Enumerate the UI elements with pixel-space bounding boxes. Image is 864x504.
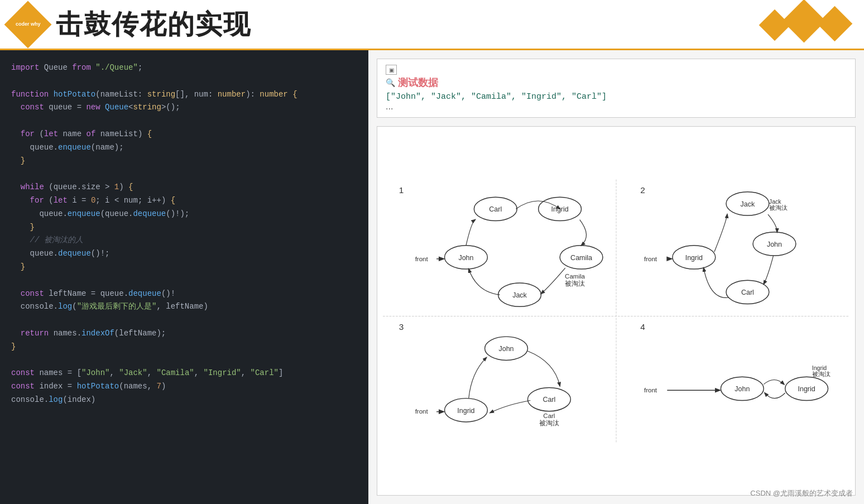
code-line-15: console.log("游戏最后剩下的人是", leftName) bbox=[11, 300, 357, 314]
diagram-area: 1 Carl Ingrid Camila Jack John bbox=[377, 126, 856, 496]
code-line-2: function hotPotato(nameList: string[], n… bbox=[11, 88, 357, 102]
code-line-3: const queue = new Queue<string>(); bbox=[11, 101, 357, 114]
svg-text:Ingrid: Ingrid bbox=[812, 364, 827, 371]
svg-text:Carl: Carl bbox=[543, 396, 555, 404]
code-line-blank5 bbox=[11, 314, 357, 327]
code-panel: import Queue from "./Queue"; function ho… bbox=[0, 50, 368, 504]
diagram1-label: 1 bbox=[399, 185, 404, 195]
code-line-8: for (let i = 0; i < num; i++) { bbox=[11, 194, 357, 208]
code-line-11: // 被淘汰的人 bbox=[11, 234, 357, 247]
code-line-20: console.log(index) bbox=[11, 393, 357, 407]
code-line-17: } bbox=[11, 340, 357, 354]
svg-text:front: front bbox=[644, 387, 657, 393]
test-data-header: 🔍 测试数据 bbox=[386, 76, 847, 89]
svg-text:Camila: Camila bbox=[565, 273, 585, 280]
svg-text:Jack: Jack bbox=[512, 291, 527, 299]
deco-diamond-3 bbox=[817, 6, 853, 42]
header: coder why 击鼓传花的实现 bbox=[0, 0, 864, 50]
deco-diamond-1 bbox=[759, 9, 791, 41]
right-panel: ▣ 🔍 测试数据 ["John", "Jack", "Camila", "Ing… bbox=[368, 50, 864, 504]
svg-text:Ingrid: Ingrid bbox=[798, 385, 815, 393]
test-data-dots: ... bbox=[386, 102, 847, 112]
svg-text:John: John bbox=[498, 345, 513, 353]
test-data-box: ▣ 🔍 测试数据 ["John", "Jack", "Camila", "Ing… bbox=[377, 59, 856, 118]
code-line-7: while (queue.size > 1) { bbox=[11, 181, 357, 194]
attribution: CSDN @尤雨溪般的艺术变成者 bbox=[750, 488, 853, 498]
code-line-blank6 bbox=[11, 354, 357, 367]
code-line-10: } bbox=[11, 221, 357, 234]
svg-text:John: John bbox=[767, 241, 782, 248]
code-line-6: } bbox=[11, 155, 357, 168]
code-line-9: queue.enqueue(queue.dequeue()!); bbox=[11, 208, 357, 221]
svg-text:front: front bbox=[415, 256, 429, 262]
logo: coder why bbox=[4, 1, 52, 48]
svg-text:Ingrid: Ingrid bbox=[685, 254, 703, 262]
code-line-14: const leftName = queue.dequeue()! bbox=[11, 287, 357, 301]
test-data-title: 测试数据 bbox=[398, 76, 438, 89]
svg-text:被淘汰: 被淘汰 bbox=[812, 371, 831, 377]
svg-text:Jack: Jack bbox=[741, 200, 755, 208]
diagram4-label: 4 bbox=[640, 322, 645, 332]
test-icon: ▣ bbox=[386, 65, 397, 75]
code-line-19: const index = hotPotato(names, 7) bbox=[11, 380, 357, 393]
code-line-1: import Queue from "./Queue"; bbox=[11, 61, 357, 75]
code-line-13: } bbox=[11, 261, 357, 274]
code-line-12: queue.dequeue()!; bbox=[11, 247, 357, 261]
svg-text:被淘汰: 被淘汰 bbox=[565, 280, 585, 287]
diagram3-label: 3 bbox=[399, 322, 404, 332]
svg-text:Carl: Carl bbox=[741, 289, 754, 296]
code-line-blank3 bbox=[11, 167, 357, 181]
code-line-18: const names = ["John", "Jack", "Camila",… bbox=[11, 367, 357, 380]
svg-text:Ingrid: Ingrid bbox=[551, 205, 568, 213]
svg-text:被淘汰: 被淘汰 bbox=[539, 420, 559, 426]
code-line-5: queue.enqueue(name); bbox=[11, 141, 357, 155]
header-decorations bbox=[764, 6, 847, 36]
svg-text:front: front bbox=[644, 256, 657, 262]
code-line-blank1 bbox=[11, 75, 357, 88]
main-content: import Queue from "./Queue"; function ho… bbox=[0, 50, 864, 504]
logo-text: coder why bbox=[16, 22, 41, 27]
diagram-svg: 1 Carl Ingrid Camila Jack John bbox=[383, 132, 849, 489]
svg-text:Carl: Carl bbox=[489, 205, 502, 213]
test-data-content: ["John", "Jack", "Camila", "Ingrid", "Ca… bbox=[386, 92, 847, 102]
svg-text:Jack: Jack bbox=[769, 198, 781, 205]
code-line-blank2 bbox=[11, 114, 357, 128]
code-line-4: for (let name of nameList) { bbox=[11, 128, 357, 141]
svg-text:Carl: Carl bbox=[543, 412, 555, 419]
svg-text:John: John bbox=[458, 254, 473, 262]
page-title: 击鼓传花的实现 bbox=[56, 7, 251, 42]
code-line-blank4 bbox=[11, 274, 357, 287]
svg-text:front: front bbox=[415, 408, 429, 415]
svg-text:John: John bbox=[735, 385, 750, 393]
svg-text:Camila: Camila bbox=[570, 254, 592, 262]
svg-text:被淘汰: 被淘汰 bbox=[769, 204, 788, 211]
diagram2-label: 2 bbox=[640, 185, 645, 195]
svg-text:Ingrid: Ingrid bbox=[457, 407, 474, 415]
search-icon: 🔍 bbox=[386, 78, 395, 87]
code-line-16: return names.indexOf(leftName); bbox=[11, 327, 357, 340]
